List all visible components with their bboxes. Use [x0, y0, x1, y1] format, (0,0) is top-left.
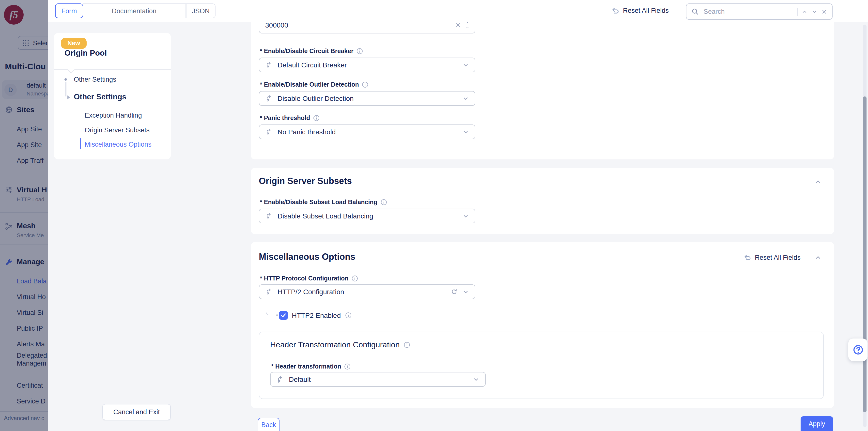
http-protocol-label-text: * HTTP Protocol Configuration: [260, 275, 349, 282]
http2-enabled-checkbox[interactable]: [279, 311, 288, 320]
search-input[interactable]: [703, 7, 793, 16]
refresh-icon[interactable]: [451, 288, 458, 295]
outlier-detection-select[interactable]: Disable Outlier Detection: [259, 91, 475, 106]
app: f5 Select serv Multi-Clou D default Name…: [0, 0, 868, 431]
reset-icon: [744, 253, 751, 261]
header-transformation-value: Default: [289, 375, 468, 383]
http2-enabled-row: HTTP2 Enabled: [292, 311, 351, 320]
branch-icon: [265, 212, 273, 220]
tree-arrow-icon: [67, 95, 70, 99]
circuit-breaker-select[interactable]: Default Circuit Breaker: [259, 58, 475, 72]
tree-elbow-connector: [266, 299, 277, 315]
origin-pool-modal: Form Documentation JSON Reset All Fields…: [48, 0, 868, 431]
info-icon[interactable]: [356, 48, 363, 54]
tree-item-other-settings-1[interactable]: Other Settings: [74, 76, 116, 83]
chevron-down-icon: [463, 62, 469, 68]
branch-icon: [265, 128, 273, 135]
search-next-icon[interactable]: [811, 9, 817, 14]
circuit-breaker-label: * Enable/Disable Circuit Breaker: [260, 47, 363, 55]
info-icon[interactable]: [345, 312, 351, 319]
panic-threshold-value: No Panic threshold: [278, 128, 458, 136]
info-icon[interactable]: [404, 341, 411, 348]
tab-json[interactable]: JSON: [186, 3, 216, 18]
info-icon[interactable]: [351, 275, 359, 282]
subset-lb-value: Disable Subset Load Balancing: [278, 212, 458, 220]
branch-icon: [265, 95, 273, 102]
search-prev-icon[interactable]: [802, 9, 807, 14]
number-stepper[interactable]: [465, 22, 470, 30]
tree-item-other-settings-2[interactable]: Other Settings: [74, 92, 126, 101]
view-tabs: Form Documentation JSON: [55, 3, 216, 18]
other-settings-card: * Enable/Disable Circuit Breaker Default…: [251, 22, 834, 159]
miscellaneous-options-heading: Miscellaneous Options: [259, 252, 355, 262]
back-button[interactable]: Back: [258, 418, 279, 431]
header-transformation-label-text: * Header transformation: [271, 363, 341, 370]
header-transformation-card: Header Transformation Configuration * He…: [259, 332, 824, 399]
http-protocol-select[interactable]: HTTP/2 Configuration: [259, 284, 475, 299]
http2-enabled-label[interactable]: HTTP2 Enabled: [292, 311, 341, 319]
cancel-and-exit-button[interactable]: Cancel and Exit: [102, 404, 171, 420]
scrollbar-thumb[interactable]: [863, 96, 867, 412]
reset-all-fields-top[interactable]: Reset All Fields: [611, 6, 669, 15]
info-icon[interactable]: [380, 198, 387, 206]
step-down-icon[interactable]: [465, 26, 470, 30]
chevron-down-icon: [463, 288, 469, 295]
help-button[interactable]: [848, 339, 868, 361]
collapse-section-icon[interactable]: [814, 178, 822, 185]
info-icon[interactable]: [344, 363, 351, 370]
clear-icon[interactable]: [455, 22, 461, 28]
chevron-down-icon: [463, 95, 469, 101]
search-icon: [691, 8, 699, 15]
tree-item-miscellaneous-options[interactable]: Miscellaneous Options: [85, 141, 152, 148]
http-protocol-value: HTTP/2 Configuration: [278, 288, 446, 296]
apply-button-label: Apply: [808, 420, 825, 428]
step-up-icon[interactable]: [465, 22, 470, 25]
panic-threshold-select[interactable]: No Panic threshold: [259, 124, 475, 139]
header-transformation-select[interactable]: Default: [270, 372, 486, 387]
outlier-detection-label-text: * Enable/Disable Outlier Detection: [260, 81, 359, 88]
info-icon[interactable]: [362, 81, 369, 88]
chevron-down-icon: [463, 129, 469, 135]
timeout-field: [259, 22, 475, 33]
circuit-breaker-label-text: * Enable/Disable Circuit Breaker: [260, 48, 353, 54]
chevron-down-icon: [463, 213, 469, 219]
header-transformation-label: * Header transformation: [271, 363, 351, 370]
subset-lb-select[interactable]: Disable Subset Load Balancing: [259, 209, 475, 223]
back-button-label: Back: [261, 421, 276, 429]
origin-server-subsets-heading: Origin Server Subsets: [259, 176, 352, 186]
reset-all-fields-section[interactable]: Reset All Fields: [744, 253, 801, 261]
tree-item-origin-server-subsets[interactable]: Origin Server Subsets: [85, 126, 150, 134]
panic-threshold-label: * Panic threshold: [260, 114, 320, 122]
check-icon: [280, 312, 287, 319]
http-protocol-label: * HTTP Protocol Configuration: [260, 275, 359, 282]
tab-form[interactable]: Form: [55, 3, 83, 18]
connector-dot: [276, 314, 278, 316]
header-transformation-heading: Header Transformation Configuration: [270, 340, 411, 349]
panic-threshold-label-text: * Panic threshold: [260, 114, 310, 121]
tree-bullet: [64, 78, 67, 81]
tree-connector: [65, 82, 66, 96]
outlier-detection-label: * Enable/Disable Outlier Detection: [260, 81, 369, 88]
collapse-section-icon[interactable]: [814, 254, 822, 261]
question-mark-icon: [852, 344, 863, 355]
reset-all-fields-section-label: Reset All Fields: [755, 254, 801, 261]
tree-notch: [68, 66, 75, 73]
wizard-tree-card: New Origin Pool Other Settings Other Set…: [54, 33, 171, 159]
viewport: f5 Select serv Multi-Clou D default Name…: [0, 0, 868, 431]
search-close-icon[interactable]: [821, 9, 827, 14]
search-box: [686, 3, 833, 20]
search-divider: [797, 8, 798, 16]
subset-lb-label: * Enable/Disable Subset Load Balancing: [260, 198, 387, 206]
chevron-down-icon: [473, 376, 479, 382]
apply-button[interactable]: Apply: [801, 416, 833, 431]
reset-all-fields-label: Reset All Fields: [623, 7, 669, 14]
timeout-input[interactable]: [264, 22, 451, 30]
origin-server-subsets-card: Origin Server Subsets * Enable/Disable S…: [251, 168, 834, 234]
info-icon[interactable]: [313, 114, 320, 121]
tree-item-exception-handling[interactable]: Exception Handling: [85, 112, 142, 119]
tree-active-bar: [80, 138, 81, 149]
header-transformation-heading-text: Header Transformation Configuration: [270, 340, 400, 349]
branch-icon: [265, 288, 273, 296]
tab-documentation[interactable]: Documentation: [83, 3, 186, 18]
subset-lb-label-text: * Enable/Disable Subset Load Balancing: [260, 198, 377, 206]
